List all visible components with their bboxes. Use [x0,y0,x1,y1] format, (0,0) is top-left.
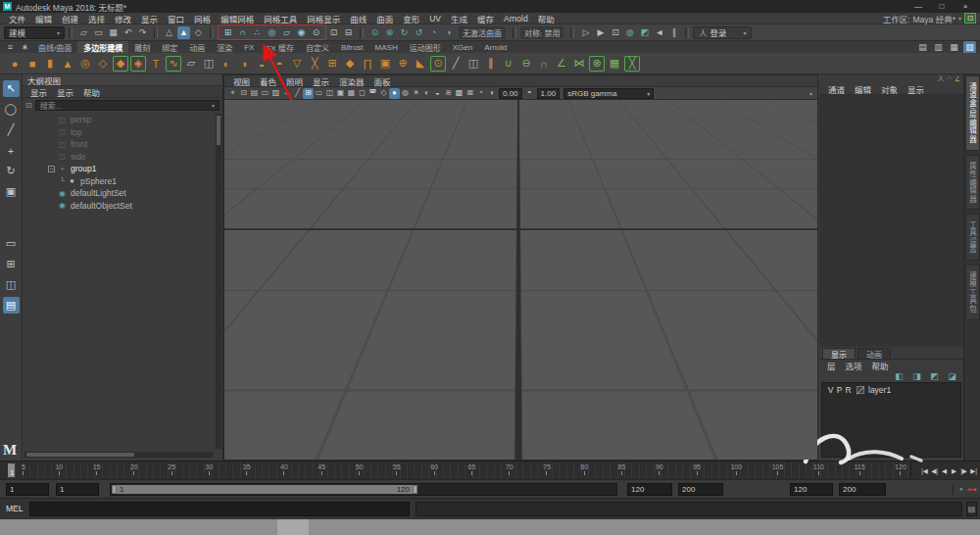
outliner-vertical-scrollbar[interactable] [216,114,221,449]
viewport-menu-渲染器[interactable]: 渲染器 [334,75,369,87]
image-plane-icon[interactable]: ▨ [270,88,281,99]
toggle-channel-box-icon[interactable]: ▦ [948,41,960,54]
shelf-menu-icon[interactable]: ≡ [4,41,17,54]
render-current-frame-icon[interactable]: ▶ [594,26,607,39]
select-by-hierarchy-icon[interactable]: △ [163,26,175,39]
slope-icon[interactable]: ∠ [955,75,960,82]
time-slider[interactable]: 5101520253035404550556065707580859095100… [0,461,980,479]
close-button[interactable]: × [954,2,977,11]
ambient-occlusion-icon[interactable]: ◒ [432,88,443,99]
auto-keyframe-icon[interactable]: ⊶ [967,484,977,495]
menu-创建[interactable]: 创建 [57,13,83,24]
shelf-tab-动画[interactable]: 动画 [183,41,211,53]
snap-to-view-plane-icon[interactable]: ▱ [280,26,293,39]
wedge-icon[interactable]: ◣ [413,56,428,72]
hypershade-icon[interactable]: ◩ [638,26,651,39]
menu-曲线[interactable]: 曲线 [345,13,371,24]
play-forwards-button[interactable]: ▶ [950,463,958,478]
toggle-tool-settings-icon[interactable]: ▥ [932,41,945,54]
shelf-tab-雕刻[interactable]: 雕刻 [128,41,156,53]
construction-plane-icon[interactable]: ▱ [183,56,199,72]
shelf-options-icon[interactable]: ∗ [19,41,31,54]
snap-to-point-icon[interactable]: ∴ [251,26,264,39]
menu-选择[interactable]: 选择 [83,13,110,24]
shaded-icon[interactable]: ● [389,88,400,99]
open-scene-icon[interactable]: ▭ [92,26,105,39]
channel-menu-通道[interactable]: 通道 [823,83,850,95]
free-image-plane-icon[interactable]: ◫ [201,56,217,72]
boolean-union-icon[interactable]: ∪ [501,56,516,72]
shelf-tab-Bifrost[interactable]: Bifrost [335,41,369,53]
select-tool[interactable]: ↖ [3,80,20,97]
layer-menu-帮助[interactable]: 帮助 [867,360,894,371]
lock-camera-icon[interactable]: ⊡ [238,88,249,99]
range-start-handle[interactable] [112,485,117,494]
channel-menu-编辑[interactable]: 编辑 [850,83,876,95]
curve-split-icon[interactable]: ╱ [448,56,464,72]
viewport-menu-视图[interactable]: 视图 [228,75,255,87]
playback-end-field[interactable]: 120 [627,483,672,496]
new-scene-icon[interactable]: ▱ [77,26,90,39]
menu-网格[interactable]: 网格 [189,13,216,24]
move-to-layer-icon[interactable]: ◨ [910,370,923,383]
shelf-tab-绑定[interactable]: 绑定 [156,41,183,53]
outliner-item-persp[interactable]: ◫persp [23,114,215,126]
outliner-menu-显示[interactable]: 显示 [25,86,52,98]
shelf-tab-FX[interactable]: FX [238,41,260,53]
layer-name[interactable]: layer1 [868,385,891,395]
menu-UV[interactable]: UV [424,14,446,24]
exposure-icon[interactable]: ◑ [486,88,497,99]
save-scene-icon[interactable]: ▦ [107,26,120,39]
make-object-live-icon[interactable]: ◉ [295,26,308,39]
launch-arnold-icon[interactable]: ◄ [653,26,665,39]
sidebar-tab-属性编辑器[interactable]: 属性编辑器 [965,155,980,211]
open-render-view-icon[interactable]: ▷ [579,26,592,39]
outliner-item-group1[interactable]: −+group1 [23,163,215,175]
person-icon[interactable]: 人 [938,75,945,82]
mel-input-field[interactable] [29,502,410,516]
menu-网格显示[interactable]: 网格显示 [302,13,345,24]
shelf-tab-渲染[interactable]: 渲染 [211,41,238,53]
layer-menu-层[interactable]: 层 [822,360,841,371]
camera-attributes-icon[interactable]: ▤ [249,88,260,99]
render-settings-icon[interactable]: ◍ [623,26,636,39]
field-chart-icon[interactable]: ▦ [346,88,357,99]
bridge-icon[interactable]: ∏ [360,56,375,72]
two-pane-layout-button[interactable]: ◫ [3,276,20,293]
menu-set-dropdown[interactable]: 建模 ▾ [4,26,65,39]
animation-preferences-icon[interactable]: ◔ [957,484,963,495]
outliner-item-top[interactable]: ◫top [23,126,215,139]
construction-history-icon[interactable]: ↻ [398,26,411,39]
active-surface-field[interactable]: 无激活曲面 [459,26,506,39]
outliner-item-defaultLightSet[interactable]: ◉defaultLightSet [23,187,215,200]
layer-menu-选项[interactable]: 选项 [841,360,867,371]
motion-blur-icon[interactable]: ≋ [443,88,454,99]
outliner-item-pSphere1[interactable]: └●pSphere1 [23,175,215,188]
workspace-selector[interactable]: 工作区: Maya 经典* ▾ ⊡ [883,13,976,24]
layer-tab-动画[interactable]: 动画 [858,348,891,359]
go-to-start-button[interactable]: |◀ [920,463,929,478]
polygon-cylinder-icon[interactable]: ▮ [42,56,58,72]
animation-end-field-2[interactable]: 200 [839,483,886,496]
colorspace-dropdown[interactable]: sRGB gamma▾ [564,88,654,99]
move-tool[interactable]: + [3,142,20,159]
range-end-handle[interactable] [413,485,417,494]
symmetry-field[interactable]: 对称: 禁用 [520,26,564,39]
layer-toggle-P[interactable]: P [835,385,844,395]
viewport-menu-面板[interactable]: 面板 [369,75,396,87]
history-off-icon[interactable]: ↺ [413,26,425,39]
custom-pane-layout-button[interactable]: ▤ [3,297,20,314]
combine-icon[interactable]: ◐ [219,56,234,72]
shelf-tab-Arnold[interactable]: Arnold [478,41,513,53]
layer-row[interactable]: VPR layer1 [822,383,960,396]
menu-修改[interactable]: 修改 [110,13,136,24]
exposure-field[interactable]: 0.00 [499,88,522,99]
minimize-button[interactable]: — [906,2,930,11]
multi-cut-icon[interactable]: ╳ [307,56,322,72]
insert-edge-loop-icon[interactable]: ∥ [483,56,499,72]
menu-Arnold[interactable]: Arnold [499,14,533,24]
menu-帮助[interactable]: 帮助 [533,13,560,24]
redo-icon[interactable]: ↷ [136,26,149,39]
menu-编辑[interactable]: 编辑 [30,13,57,24]
channel-menu-对象[interactable]: 对象 [876,83,903,95]
